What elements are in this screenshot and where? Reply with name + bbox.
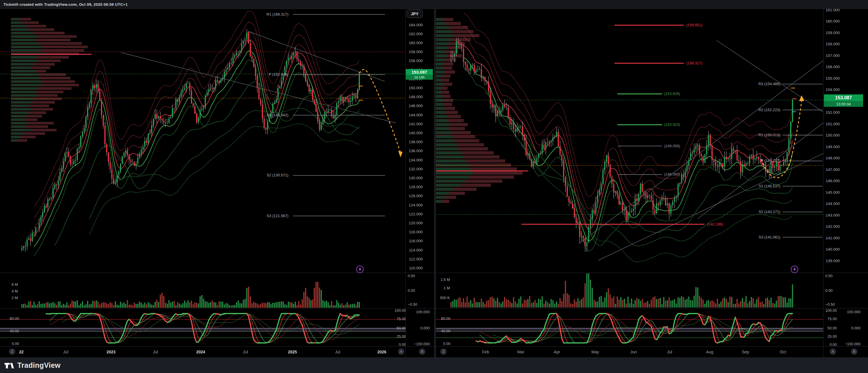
- svg-text:2 M: 2 M: [11, 296, 18, 300]
- scale-badge-a[interactable]: A: [830, 348, 836, 355]
- oscillator-pane-usdjpy-weekly: [0, 314, 405, 343]
- instant-order-lightning-icon[interactable]: [791, 266, 798, 273]
- instant-order-lightning-icon[interactable]: [356, 266, 363, 273]
- svg-text:P (147.747): P (147.747): [761, 159, 780, 163]
- svg-text:−0.50: −0.50: [408, 302, 417, 307]
- scale-badge-z[interactable]: Z: [9, 348, 15, 355]
- svg-text:P (152.946): P (152.946): [269, 72, 288, 77]
- scale-badge-b[interactable]: B: [419, 348, 425, 355]
- svg-text:50.00: 50.00: [827, 326, 837, 330]
- svg-text:R2 (152.223): R2 (152.223): [758, 108, 780, 112]
- svg-text:(156.317): (156.317): [686, 61, 703, 65]
- svg-text:160.000: 160.000: [826, 19, 840, 23]
- svg-text:25.00: 25.00: [397, 334, 406, 339]
- svg-text:160.000: 160.000: [409, 41, 423, 45]
- svg-text:40.00: 40.00: [441, 329, 451, 333]
- header-title: Tickmill created with TradingView.com, O…: [0, 2, 128, 7]
- svg-text:154.000: 154.000: [826, 87, 840, 92]
- tradingview-logo-icon[interactable]: [4, 361, 14, 370]
- svg-text:S2 (130.571): S2 (130.571): [267, 173, 288, 177]
- svg-text:100.000: 100.000: [416, 310, 430, 314]
- svg-text:114.000: 114.000: [409, 248, 423, 252]
- bar-countdown: 13:00:34: [824, 101, 863, 107]
- scale-badge-a[interactable]: A: [398, 348, 404, 355]
- svg-text:144.000: 144.000: [409, 113, 423, 117]
- bar-countdown: 1d 14h: [406, 75, 433, 80]
- svg-text:140.000: 140.000: [409, 131, 423, 135]
- svg-text:0.00: 0.00: [12, 342, 19, 346]
- footer-bar: TradingView: [0, 358, 868, 373]
- svg-text:149.000: 149.000: [826, 145, 840, 149]
- svg-text:(153.629): (153.629): [664, 91, 680, 96]
- header-bar: Tickmill created with TradingView.com, O…: [0, 0, 868, 9]
- svg-text:2025: 2025: [288, 350, 297, 354]
- svg-text:118.000: 118.000: [409, 230, 423, 234]
- svg-text:May: May: [591, 350, 599, 354]
- svg-text:R1 (166.317): R1 (166.317): [267, 12, 288, 17]
- svg-text:(142.196): (142.196): [707, 222, 723, 226]
- svg-text:Jul: Jul: [667, 350, 672, 354]
- svg-text:148.000: 148.000: [826, 156, 840, 160]
- svg-text:S1 (143.942): S1 (143.942): [267, 113, 288, 117]
- svg-text:50.00: 50.00: [397, 326, 406, 330]
- svg-text:80.00: 80.00: [441, 316, 451, 321]
- svg-text:148.000: 148.000: [409, 95, 423, 99]
- svg-text:0.000: 0.000: [851, 326, 861, 330]
- svg-text:Aug: Aug: [706, 350, 713, 354]
- tradingview-logo-text[interactable]: TradingView: [17, 361, 61, 370]
- svg-text:(146.560): (146.560): [664, 172, 680, 176]
- svg-text:0.000: 0.000: [420, 326, 430, 330]
- svg-text:Sep: Sep: [742, 350, 749, 354]
- svg-text:0.00: 0.00: [408, 288, 415, 293]
- svg-text:164.000: 164.000: [409, 23, 423, 27]
- svg-text:142.000: 142.000: [826, 224, 840, 229]
- svg-text:0.00: 0.00: [825, 288, 833, 293]
- svg-text:1.5 M: 1.5 M: [440, 278, 450, 282]
- svg-text:157.000: 157.000: [826, 53, 840, 58]
- svg-text:6 M: 6 M: [11, 282, 18, 287]
- svg-text:150.000: 150.000: [826, 133, 840, 137]
- svg-text:R3 (154.489): R3 (154.489): [758, 82, 780, 86]
- svg-text:500 K: 500 K: [440, 296, 450, 300]
- svg-text:2023: 2023: [106, 350, 115, 354]
- svg-text:134.000: 134.000: [409, 158, 423, 162]
- projection-arrow: [359, 69, 401, 153]
- svg-text:100.00: 100.00: [825, 308, 837, 313]
- svg-text:S2 (143.271): S2 (143.271): [759, 209, 780, 214]
- scale-badge-b[interactable]: B: [851, 348, 857, 355]
- svg-text:40.00: 40.00: [9, 329, 19, 333]
- svg-text:Mar: Mar: [517, 350, 524, 354]
- svg-text:158.000: 158.000: [409, 50, 423, 54]
- svg-text:80.00: 80.00: [9, 316, 19, 321]
- svg-text:0.50: 0.50: [825, 274, 833, 278]
- svg-text:156.000: 156.000: [826, 65, 840, 69]
- svg-text:2024: 2024: [196, 350, 205, 354]
- last-price: 153.087: [406, 69, 433, 75]
- svg-text:146.000: 146.000: [826, 179, 840, 183]
- svg-text:116.000: 116.000: [409, 239, 423, 243]
- last-price: 153.087: [824, 94, 863, 101]
- svg-text:75.00: 75.00: [827, 317, 837, 321]
- svg-text:2026: 2026: [377, 350, 386, 354]
- svg-text:Jun: Jun: [630, 350, 637, 354]
- svg-text:(159.651): (159.651): [686, 23, 703, 27]
- svg-text:126.000: 126.000: [409, 194, 423, 198]
- oscillator-pane-usdjpy-daily: [436, 314, 823, 343]
- svg-text:139.000: 139.000: [826, 259, 840, 263]
- price-pane-usdjpy-weekly: R1 (166.317)P (152.946)S1 (143.942)S2 (1…: [1, 11, 405, 256]
- svg-text:S3 (121.567): S3 (121.567): [267, 213, 288, 218]
- currency-button-jpy[interactable]: JPY: [407, 9, 423, 18]
- svg-text:Apr: Apr: [554, 350, 560, 354]
- svg-text:4 M: 4 M: [11, 289, 18, 293]
- svg-text:S1 (145.537): S1 (145.537): [759, 184, 780, 188]
- svg-text:0.00: 0.00: [830, 342, 837, 347]
- svg-text:Feb: Feb: [482, 350, 489, 354]
- svg-text:136.000: 136.000: [409, 149, 423, 153]
- price-label-daily: 153.087 13:00:34: [824, 94, 863, 107]
- charts-canvas[interactable]: R1 (166.317)P (152.946)S1 (143.942)S2 (1…: [0, 0, 868, 373]
- svg-text:100.000: 100.000: [847, 310, 861, 314]
- svg-text:128.000: 128.000: [409, 185, 423, 189]
- scale-badge-z[interactable]: Z: [440, 348, 447, 355]
- price-pane-usdjpy-daily: (159.651)(156.317)(153.629)(150.923)(149…: [436, 13, 862, 262]
- svg-text:150.000: 150.000: [409, 86, 423, 90]
